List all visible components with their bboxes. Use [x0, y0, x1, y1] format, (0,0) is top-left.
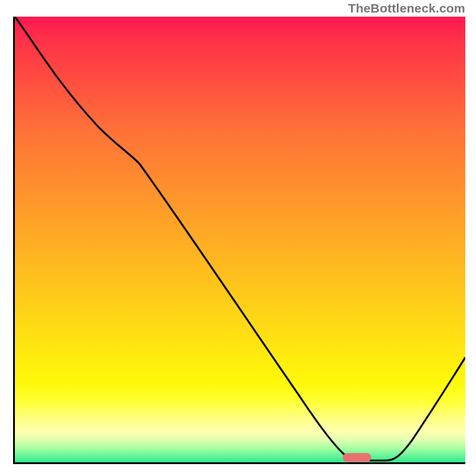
chart-background-gradient: [15, 17, 465, 462]
optimal-point-marker: [343, 453, 371, 462]
watermark-text: TheBottleneck.com: [348, 1, 465, 15]
chart-plot-area: [13, 17, 465, 464]
